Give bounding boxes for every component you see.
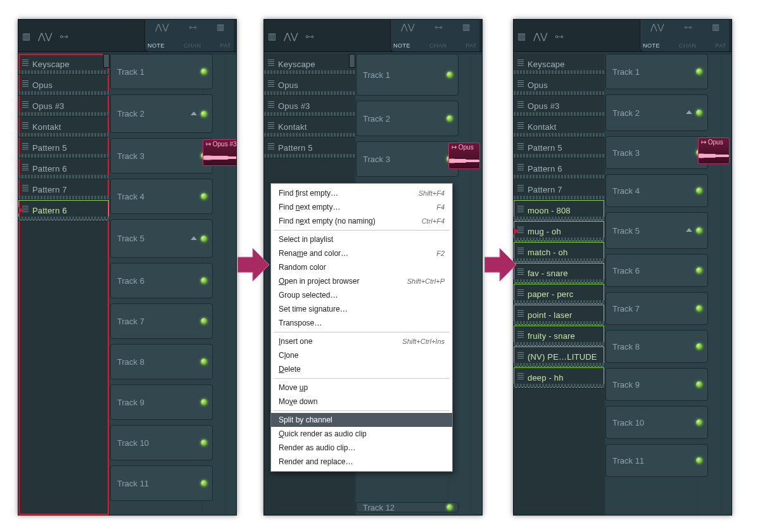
pattern-item[interactable]: Opus #3 <box>18 96 109 117</box>
track-header[interactable]: Track 8 <box>110 344 213 379</box>
pattern-item[interactable]: Pattern 5 <box>18 137 109 158</box>
menu-item[interactable]: Insert oneShift+Ctrl+Ins <box>271 334 452 348</box>
drag-handle-icon[interactable] <box>517 206 524 213</box>
mute-indicator-icon[interactable] <box>201 193 207 200</box>
menu-item[interactable]: Move up <box>271 381 452 395</box>
pattern-item[interactable]: paper - perc <box>514 284 604 305</box>
drag-handle-icon[interactable] <box>268 101 274 109</box>
mute-indicator-icon[interactable] <box>696 227 702 234</box>
pattern-item[interactable]: Pattern 5 <box>514 137 604 158</box>
track-header[interactable]: Track 1 <box>605 54 708 89</box>
mute-indicator-icon[interactable] <box>696 187 702 194</box>
mute-indicator-icon[interactable] <box>696 110 702 116</box>
pattern-item[interactable]: moon - 808 <box>514 200 604 221</box>
pattern-item[interactable]: Kontakt <box>18 117 109 137</box>
menu-item[interactable]: Render and replace… <box>271 455 452 469</box>
tab-pat[interactable]: PAT <box>220 42 231 49</box>
track-header[interactable]: Track 10 <box>110 425 213 460</box>
pattern-item[interactable]: Pattern 6 <box>18 200 109 221</box>
menu-item[interactable]: Find next empty…F4 <box>271 200 452 214</box>
menu-item[interactable]: Split by channel <box>271 413 452 427</box>
collapse-icon[interactable] <box>191 111 197 115</box>
track-header[interactable]: Track 2 <box>110 94 213 133</box>
track-header[interactable]: Track 10 <box>605 406 708 439</box>
track-header[interactable]: Track 4 <box>605 174 708 207</box>
menu-item[interactable]: Set time signature… <box>271 302 452 316</box>
drag-handle-icon[interactable] <box>22 206 28 213</box>
pattern-item[interactable]: Pattern 7 <box>18 179 109 200</box>
drag-handle-icon[interactable] <box>517 352 524 360</box>
pattern-item[interactable]: Pattern 7 <box>514 179 604 200</box>
menu-item[interactable]: Find next empty (no naming)Ctrl+F4 <box>271 214 452 228</box>
mute-indicator-icon[interactable] <box>446 504 453 510</box>
track-header[interactable]: Track 8 <box>605 330 708 363</box>
track-header[interactable]: Track 1 <box>110 54 213 89</box>
mute-indicator-icon[interactable] <box>201 358 207 365</box>
drag-handle-icon[interactable] <box>22 101 28 109</box>
mute-indicator-icon[interactable] <box>696 381 702 388</box>
mute-indicator-icon[interactable] <box>696 267 702 274</box>
track-header[interactable]: Track 9 <box>110 384 213 420</box>
pattern-item[interactable]: Pattern 6 <box>514 158 604 179</box>
link-icon[interactable]: ⧟ <box>189 22 197 32</box>
pattern-item[interactable]: (NV) PE…LITUDE <box>514 346 604 367</box>
drag-handle-icon[interactable] <box>517 373 524 381</box>
drag-handle-icon[interactable] <box>517 101 524 109</box>
drag-handle-icon[interactable] <box>517 164 524 172</box>
pattern-item[interactable]: fruity - snare <box>514 326 604 346</box>
mute-indicator-icon[interactable] <box>696 343 702 350</box>
collapse-icon[interactable] <box>191 236 197 240</box>
drag-handle-icon[interactable] <box>22 164 28 172</box>
pattern-item[interactable]: Opus #3 <box>264 96 355 117</box>
tab-note[interactable]: NOTE <box>148 42 165 49</box>
track-header[interactable]: Track 4 <box>110 179 213 214</box>
collapse-icon[interactable] <box>686 228 692 232</box>
menu-item[interactable]: Render as audio clip… <box>271 441 452 455</box>
audio-clip[interactable]: ↦ Opus #3 <box>203 139 237 166</box>
mute-indicator-icon[interactable] <box>201 399 207 405</box>
track-header[interactable]: Track 6 <box>110 263 213 298</box>
drag-handle-icon[interactable] <box>517 80 524 88</box>
track-header[interactable]: Track 11 <box>110 466 213 501</box>
pattern-item[interactable]: Opus <box>514 75 604 96</box>
drag-handle-icon[interactable] <box>22 122 28 130</box>
track-header[interactable]: Track 3 <box>110 138 213 174</box>
drag-handle-icon[interactable] <box>517 248 524 255</box>
track-header[interactable]: Track 11 <box>605 444 708 477</box>
track-header[interactable]: Track 9 <box>605 368 708 401</box>
wave-icon[interactable]: ⋀⋁ <box>284 31 298 41</box>
audio-clip[interactable]: ↦ Opus <box>448 142 480 169</box>
mute-indicator-icon[interactable] <box>201 277 207 284</box>
pattern-item[interactable]: Opus #3 <box>514 96 604 117</box>
drag-handle-icon[interactable] <box>268 143 274 151</box>
drag-handle-icon[interactable] <box>268 60 274 67</box>
wave-icon[interactable]: ⋀⋁ <box>155 22 169 32</box>
track-header[interactable]: Track 5 <box>605 212 708 249</box>
pattern-item[interactable]: Kontakt <box>514 117 604 137</box>
menu-item[interactable]: Open in project browserShift+Ctrl+P <box>271 274 452 288</box>
link-icon[interactable]: ⧟ <box>60 31 68 41</box>
audio-clip[interactable]: ↦ Opus <box>698 137 730 164</box>
piano-icon[interactable]: ▥ <box>268 31 276 41</box>
mute-indicator-icon[interactable] <box>446 115 453 122</box>
track-header[interactable]: Track 5 <box>110 219 213 258</box>
drag-handle-icon[interactable] <box>517 227 524 234</box>
menu-item[interactable]: Rename and color…F2 <box>271 246 452 260</box>
menu-item[interactable]: Quick render as audio clip <box>271 427 452 441</box>
pattern-item[interactable]: deep - hh <box>514 367 604 388</box>
pattern-item[interactable]: Pattern 6 <box>18 158 109 179</box>
link-icon[interactable]: ⧟ <box>555 31 564 41</box>
track-header[interactable]: Track 12 <box>356 502 459 512</box>
pattern-picker[interactable]: KeyscapeOpusOpus #3KontaktPattern 5Patte… <box>18 54 109 515</box>
drag-handle-icon[interactable] <box>517 331 524 339</box>
track-header[interactable]: Track 3 <box>356 141 459 177</box>
mute-indicator-icon[interactable] <box>201 236 207 242</box>
drag-handle-icon[interactable] <box>268 122 274 130</box>
drag-handle-icon[interactable] <box>22 80 28 88</box>
drag-handle-icon[interactable] <box>22 185 28 193</box>
piano-icon[interactable]: ▥ <box>517 31 526 41</box>
collapse-icon[interactable] <box>686 110 692 114</box>
menu-item[interactable]: Delete <box>271 362 452 376</box>
drag-handle-icon[interactable] <box>517 122 524 130</box>
menu-item[interactable]: Group selected… <box>271 288 452 302</box>
